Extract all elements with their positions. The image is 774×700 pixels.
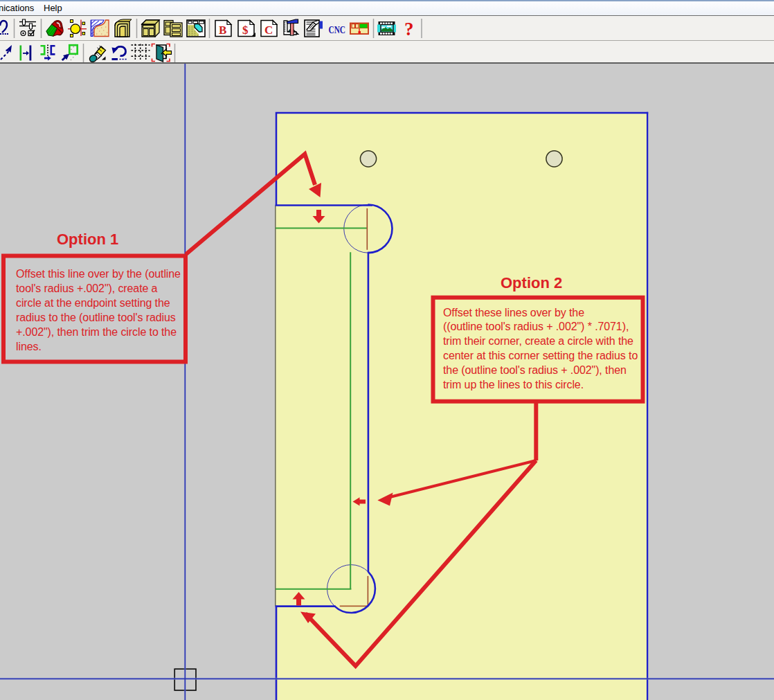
svg-text:C: C bbox=[264, 24, 273, 37]
svg-text:CNC: CNC bbox=[329, 24, 346, 35]
svg-text:B: B bbox=[219, 24, 226, 37]
svg-text:$: $ bbox=[242, 24, 249, 37]
svg-text:?: ? bbox=[404, 19, 414, 39]
